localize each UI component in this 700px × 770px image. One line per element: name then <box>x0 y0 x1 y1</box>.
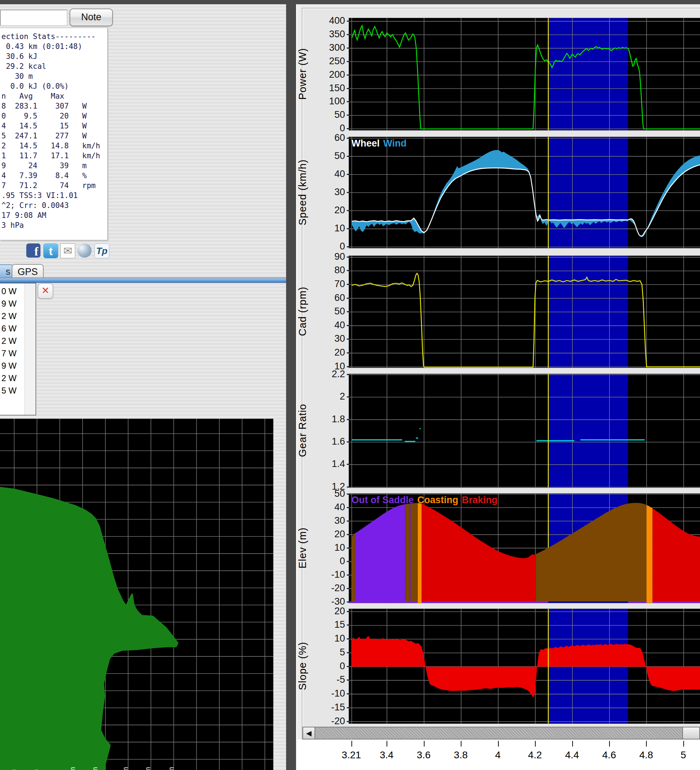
chart-plot-cad[interactable] <box>348 256 700 368</box>
y-tick-label: 100 <box>309 96 345 107</box>
y-tick-label: 50 <box>309 306 345 317</box>
y-tick-label: 10 <box>309 542 345 553</box>
x-tick-mark <box>609 741 610 747</box>
y-tick-label: 20 <box>309 606 345 617</box>
twitter-icon[interactable]: t <box>43 243 58 258</box>
y-tick-mark <box>347 487 349 487</box>
y-tick-label: 10 <box>309 633 345 644</box>
left-panel: Note ection Stats--------- 0.43 km (0:01… <box>0 4 286 770</box>
y-tick-label: 70 <box>309 278 345 290</box>
y-tick-mark <box>347 666 349 667</box>
list-item[interactable]: 2 W <box>2 336 23 348</box>
y-tick-mark <box>347 588 349 589</box>
y-tick-label: 20 <box>309 205 345 216</box>
profile-bottom-label: m <box>144 767 152 770</box>
y-tick-label: -10 <box>309 688 345 699</box>
list-item[interactable]: 2 W <box>2 373 23 386</box>
scrollbar-thumb[interactable] <box>682 728 699 739</box>
y-tick-mark <box>347 228 349 229</box>
y-tick-label: 200 <box>309 69 345 80</box>
y-tick-label: 1.8 <box>309 414 345 425</box>
email-icon[interactable]: ✉ <box>60 243 75 258</box>
y-tick-mark <box>347 115 349 116</box>
chart-plot-speed[interactable] <box>348 137 700 248</box>
x-tick-mark <box>424 741 425 747</box>
elevation-segment <box>647 505 653 603</box>
axis-title-elev: Elev (m) <box>297 493 313 602</box>
power-list[interactable]: 0 W9 W2 W6 W2 W7 W9 W2 W5 W <box>0 283 36 416</box>
x-tick-label: 3.21 <box>335 749 368 761</box>
series-power <box>352 26 700 129</box>
legend-item: Wheel <box>352 138 380 149</box>
elevation-segment <box>410 503 418 603</box>
x-tick-mark <box>461 741 462 747</box>
tab-gps[interactable]: GPS <box>12 264 44 279</box>
y-tick-mark <box>347 547 349 548</box>
x-tick-label: 3.6 <box>408 749 440 761</box>
elevation-segment <box>422 504 536 603</box>
scroll-left-arrow-icon[interactable]: ◀ <box>303 728 315 739</box>
note-input[interactable] <box>0 10 68 26</box>
x-tick-label: 4.2 <box>519 749 551 761</box>
x-tick-label: 4.8 <box>630 749 662 761</box>
y-tick-label: -15 <box>309 702 345 713</box>
google-earth-icon[interactable] <box>78 243 92 257</box>
axis-title-speed: Speed (km/h) <box>297 137 313 247</box>
list-scrollbar[interactable] <box>24 283 36 415</box>
series-wind <box>352 150 700 238</box>
legend-item: Out of Saddle <box>352 495 414 505</box>
list-item[interactable]: 0 W <box>2 286 23 299</box>
y-tick-mark <box>347 128 349 129</box>
x-tick-mark <box>498 741 499 747</box>
y-tick-mark <box>347 624 349 626</box>
profile-bottom-label: m <box>167 767 175 770</box>
facebook-icon[interactable]: f <box>26 243 41 257</box>
profile-bottom-label: m <box>122 767 129 770</box>
chart-plot-power[interactable] <box>348 18 700 131</box>
baseline-overlay <box>647 602 653 603</box>
y-tick-mark <box>347 419 349 420</box>
chart-canvas-power <box>349 18 700 130</box>
y-tick-label: 1.4 <box>309 458 345 469</box>
y-tick-mark <box>347 138 349 139</box>
trainingpeaks-icon[interactable]: Tp <box>94 243 109 258</box>
pane-divider-bar <box>0 278 286 283</box>
list-item[interactable]: 5 W <box>2 386 23 398</box>
y-tick-mark <box>347 353 349 353</box>
delete-selection-button[interactable]: ✕ <box>37 283 53 299</box>
list-item[interactable]: 6 W <box>2 324 23 336</box>
y-tick-mark <box>347 88 349 89</box>
chart-horizontal-scrollbar[interactable]: ◀ <box>303 727 700 739</box>
x-tick-label: 3.8 <box>445 749 477 761</box>
y-tick-label: 40 <box>309 168 345 180</box>
x-tick-label: 3.4 <box>371 749 402 761</box>
y-tick-mark <box>347 561 349 562</box>
section-stats-text: ection Stats--------- 0.43 km (0:01:48) … <box>2 32 107 230</box>
x-tick-label: 4.6 <box>593 749 625 761</box>
y-tick-mark <box>347 693 349 694</box>
legend-elev: Out of SaddleCoastingBraking <box>352 495 501 506</box>
ride-profile-canvas: ssmmmmm <box>0 419 273 770</box>
chart-plot-slope[interactable] <box>348 608 700 724</box>
y-tick-mark <box>347 679 349 681</box>
series-wheel <box>352 165 700 236</box>
list-item[interactable]: 9 W <box>2 361 23 373</box>
y-tick-mark <box>347 396 349 398</box>
list-item[interactable]: 7 W <box>2 348 23 361</box>
panel-splitter[interactable] <box>286 4 297 770</box>
chart-plot-elev[interactable] <box>348 493 700 603</box>
x-tick-mark <box>683 741 684 747</box>
y-tick-mark <box>347 192 349 193</box>
chart-plot-gear[interactable] <box>348 374 700 488</box>
x-tick-mark <box>387 741 387 747</box>
list-item[interactable]: 2 W <box>2 311 23 324</box>
y-tick-mark <box>347 507 349 508</box>
axis-title-slope: Slope (%) <box>297 608 313 723</box>
note-button[interactable]: Note <box>70 8 113 26</box>
profile-bottom-label: m <box>68 767 76 770</box>
y-tick-label: 2 <box>309 391 345 402</box>
elevation-segment <box>653 508 700 603</box>
list-item[interactable]: 9 W <box>2 299 23 311</box>
y-tick-label: 1.6 <box>309 436 345 447</box>
x-tick-mark <box>535 741 536 747</box>
